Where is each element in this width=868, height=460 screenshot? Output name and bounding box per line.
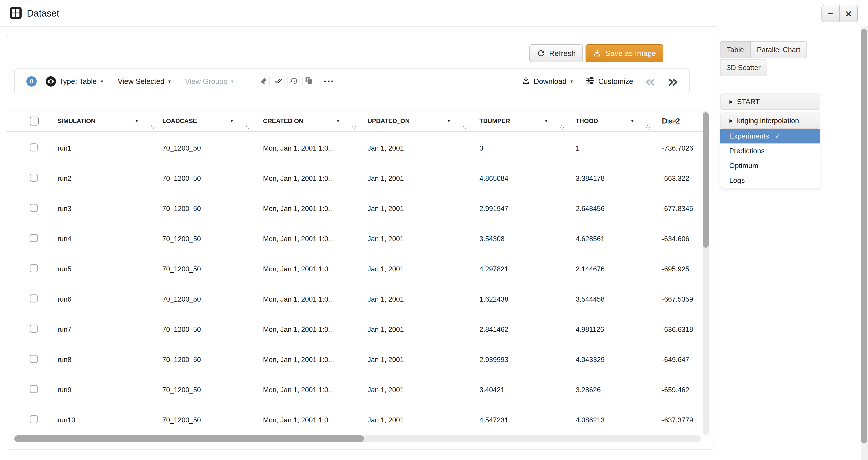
column-header-created-on[interactable]: CREATED ON ▼ (251, 111, 358, 131)
row-checkbox[interactable] (30, 294, 38, 302)
row-checkbox-cell (6, 385, 45, 395)
cell-created: Mon, Jan 1, 2001 1:0... (251, 144, 358, 152)
sort-caret-icon[interactable]: ▼ (544, 119, 548, 123)
sort-caret-icon[interactable]: ▼ (230, 119, 234, 123)
row-checkbox[interactable] (30, 355, 38, 363)
table-row: run970_1200_50Mon, Jan 1, 2001 1:0...Jan… (6, 375, 710, 405)
list-item-optimum[interactable]: Optimum (720, 158, 820, 173)
cell-loadcase: 70_1200_50 (156, 205, 251, 213)
tab-3d-scatter[interactable]: 3D Scatter (720, 59, 767, 76)
accordion-start[interactable]: ▶ START (720, 94, 820, 110)
list-item-experiments[interactable]: Experiments ✓ (720, 129, 820, 143)
column-label: LOADCASE (162, 118, 197, 125)
cell-tbumper: 3.54308 (468, 235, 566, 243)
row-checkbox[interactable] (30, 143, 38, 152)
table-row: run370_1200_50Mon, Jan 1, 2001 1:0...Jan… (6, 194, 710, 224)
cell-disp2: -637.3779 (652, 416, 710, 424)
column-resize-handle[interactable] (352, 125, 356, 130)
table-horizontal-scrollbar-track[interactable] (14, 435, 701, 442)
more-actions-button[interactable]: ••• (324, 78, 335, 85)
next-page-button[interactable]: » (668, 74, 678, 89)
cell-disp2: -636.6318 (652, 326, 710, 334)
cell-created: Mon, Jan 1, 2001 1:0... (251, 416, 358, 424)
cell-updated: Jan 1, 2001 (358, 205, 468, 213)
chevron-down-icon: ▼ (230, 79, 234, 84)
cell-disp2: -659.462 (652, 386, 710, 394)
sort-caret-icon[interactable]: ▼ (134, 119, 138, 123)
cell-sim: run7 (45, 326, 156, 334)
accordion-kriging-interpolation[interactable]: ▶ kriging interpolation (720, 112, 820, 129)
column-resize-handle[interactable] (560, 125, 564, 130)
column-resize-handle[interactable] (646, 125, 650, 130)
clear-selection-button[interactable] (257, 76, 270, 87)
row-checkbox[interactable] (30, 325, 38, 333)
column-resize-handle[interactable] (246, 125, 249, 130)
table-vertical-scrollbar-thumb[interactable] (703, 112, 709, 248)
list-item-logs[interactable]: Logs (720, 173, 820, 188)
row-checkbox[interactable] (30, 415, 38, 423)
duplicate-button[interactable] (302, 76, 315, 87)
customize-button[interactable]: Customize (585, 76, 633, 87)
tab-table[interactable]: Table (720, 41, 751, 58)
cell-sim: run5 (45, 265, 156, 273)
row-checkbox[interactable] (30, 385, 38, 393)
sidebar-divider (717, 87, 827, 87)
row-checkbox[interactable] (30, 204, 38, 212)
cell-tbumper: 2.841462 (468, 326, 566, 334)
table-vertical-scrollbar-track[interactable] (703, 111, 709, 435)
list-item-label: Optimum (729, 162, 758, 170)
column-resize-handle[interactable] (151, 125, 154, 130)
cell-created: Mon, Jan 1, 2001 1:0... (251, 235, 358, 243)
column-header-simulation[interactable]: SIMULATION ▼ (45, 111, 156, 131)
cell-thood: 3.544458 (566, 295, 652, 303)
save-as-image-label: Save as Image (605, 49, 656, 58)
row-checkbox[interactable] (30, 234, 38, 242)
page-scrollbar-thumb[interactable] (861, 29, 867, 443)
download-menu[interactable]: Download ▼ (522, 76, 574, 87)
minimize-button[interactable]: − (822, 5, 840, 22)
column-header-tbumper[interactable]: TBUMPER ▼ (468, 111, 566, 131)
cell-disp2: -663.322 (652, 174, 710, 183)
view-selected-label: View Selected (118, 77, 164, 86)
caret-right-icon: ▶ (730, 118, 733, 123)
sort-caret-icon[interactable]: ▼ (447, 119, 451, 123)
cell-created: Mon, Jan 1, 2001 1:0... (251, 386, 358, 394)
column-resize-handle[interactable] (463, 125, 466, 130)
toolbar-right-group: Download ▼ Customize « » (522, 74, 678, 89)
close-button[interactable]: × (839, 5, 858, 22)
table-horizontal-scrollbar-thumb[interactable] (14, 435, 364, 442)
row-checkbox[interactable] (30, 174, 38, 182)
panel-actions: Refresh Save as Image (529, 44, 663, 62)
type-menu[interactable]: Type: Table ▼ (46, 76, 104, 87)
cell-tbumper: 4.865084 (468, 174, 566, 183)
select-all-button[interactable] (272, 76, 285, 87)
tab-parallel-chart[interactable]: Parallel Chart (751, 41, 807, 58)
cell-tbumper: 4.547231 (468, 416, 566, 424)
cell-tbumper: 3.40421 (468, 386, 566, 394)
column-header-loadcase[interactable]: LOADCASE ▼ (156, 111, 251, 131)
header-checkbox[interactable] (30, 117, 39, 126)
list-item-predictions[interactable]: Predictions (720, 143, 820, 158)
selected-count-badge: 0 (26, 76, 37, 87)
row-checkbox[interactable] (30, 264, 38, 272)
sort-caret-icon[interactable]: ▼ (336, 119, 340, 123)
column-header-thood[interactable]: THOOD ▼ (566, 111, 652, 131)
cell-tbumper: 1.622438 (468, 295, 566, 303)
type-label: Type: Table (59, 77, 97, 86)
column-header-disp2[interactable]: Disp2 (652, 111, 710, 131)
refresh-button[interactable]: Refresh (529, 44, 583, 62)
save-as-image-button[interactable]: Save as Image (586, 44, 663, 62)
history-clock-icon (290, 77, 298, 86)
cell-disp2: -695.925 (652, 265, 710, 273)
view-selected-menu[interactable]: View Selected ▼ (118, 77, 172, 86)
row-checkbox-cell (6, 264, 45, 274)
cell-loadcase: 70_1200_50 (156, 265, 251, 273)
row-checkbox-cell (6, 294, 45, 304)
table-row: run170_1200_50Mon, Jan 1, 2001 1:0...Jan… (6, 133, 710, 163)
table-row: run570_1200_50Mon, Jan 1, 2001 1:0...Jan… (6, 254, 710, 284)
history-button[interactable] (287, 76, 300, 87)
column-header-updated-on[interactable]: UPDATED_ON ▼ (358, 111, 468, 131)
cell-thood: 4.981126 (566, 326, 652, 334)
table-row: run670_1200_50Mon, Jan 1, 2001 1:0...Jan… (6, 284, 710, 314)
sort-caret-icon[interactable]: ▼ (630, 119, 634, 123)
